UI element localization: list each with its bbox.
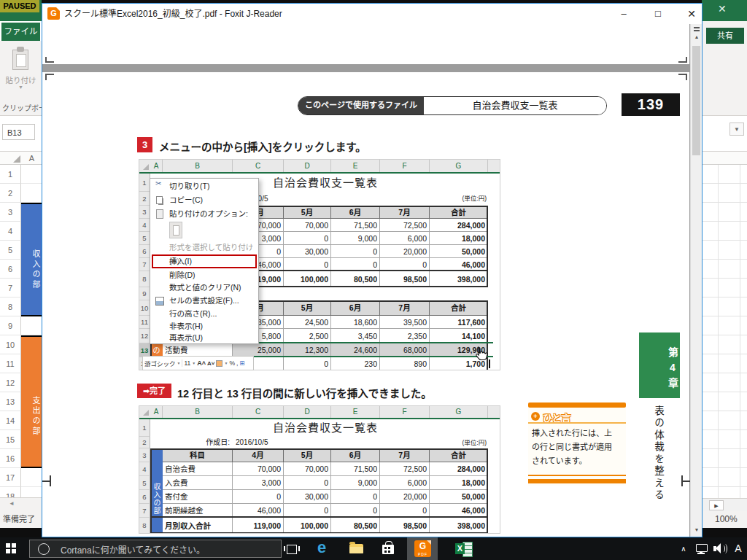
volume-icon xyxy=(713,543,727,554)
month-header-cell: 6月 xyxy=(331,300,380,316)
data-cell: 0 xyxy=(284,258,331,271)
column-header: B xyxy=(163,406,233,418)
formula-expand-button[interactable]: ▼ xyxy=(729,122,744,136)
volume-tray-button[interactable] xyxy=(711,537,729,560)
edge-icon: e xyxy=(317,538,326,557)
data-cell: 890 xyxy=(380,357,430,370)
data-cell: 6,000 xyxy=(380,232,430,245)
context-menu: ✂切り取り(T)コピー(C)貼り付けのオプション:形式を選択して貼り付け(S).… xyxy=(150,178,259,344)
month-header-cell: 合計 xyxy=(430,300,488,316)
clipboard-clip xyxy=(17,47,24,52)
trim-mark-left xyxy=(50,475,51,486)
row-header: 7 xyxy=(139,504,150,518)
month-header-cell: 7月 xyxy=(380,300,430,316)
expense-section-cell: 支出の部 xyxy=(21,335,42,468)
data-cell: 30,000 xyxy=(284,245,331,258)
data-cell: 230 xyxy=(331,357,380,370)
task-view-button[interactable] xyxy=(279,537,304,560)
excel-row-header: 14 xyxy=(0,411,21,430)
excel-row-header: 3 xyxy=(0,203,21,222)
scrollbar-thumb[interactable] xyxy=(692,46,700,155)
desktop: ファイル 貼り付け ▼ クリップボー B13 A 123456789101112… xyxy=(0,0,747,560)
label-cell: 入会費 xyxy=(163,476,233,490)
foxit-titlebar[interactable]: G スクール標準Excel2016_初級_校了.pdf - Foxit J-Re… xyxy=(42,4,702,24)
foxit-taskbar-button[interactable]: G PDF xyxy=(407,537,438,560)
clipboard-group-label: クリップボー xyxy=(2,102,42,113)
ime-indicator[interactable]: A xyxy=(729,537,747,560)
row-header: 2 xyxy=(139,192,150,206)
income-section-cell: 収入の部 xyxy=(150,448,163,534)
cortana-search-box[interactable]: Cortanaに何か聞いてみてください。 xyxy=(29,540,282,558)
start-button[interactable] xyxy=(6,543,17,554)
select-all-corner[interactable] xyxy=(13,155,20,163)
copy-icon xyxy=(156,196,163,204)
menu-item-0: ✂切り取り(T) xyxy=(150,179,258,193)
excel-close-icon[interactable]: ✕ xyxy=(718,3,727,15)
excel-cell xyxy=(21,165,42,184)
excel-col-headers: A xyxy=(0,152,42,165)
minimize-button[interactable]: – xyxy=(611,4,637,24)
menu-item-label: 非表示(H) xyxy=(169,320,203,332)
menu-item-paste-option xyxy=(150,220,258,241)
data-cell: 14,100 xyxy=(430,329,488,343)
month-header-cell: 6月 xyxy=(331,206,380,219)
paused-indicator: PAUSED xyxy=(0,0,39,12)
date-cell: 2016/10/5 xyxy=(233,437,284,448)
menu-item-label: 行の高さ(R)... xyxy=(169,308,217,320)
chevron-down-icon: ▼ xyxy=(224,361,228,365)
hscroll-right-arrow[interactable]: ▶ xyxy=(709,500,724,510)
share-button[interactable]: 共有 xyxy=(706,28,744,44)
scrollbar-split-handle[interactable] xyxy=(694,27,700,28)
menu-item-8: セルの書式設定(F)... xyxy=(150,294,258,308)
zoom-level[interactable]: 100% xyxy=(715,514,738,524)
foxit-window-title: スクール標準Excel2016_初級_校了.pdf - Foxit J-Read… xyxy=(64,4,531,24)
note-plus-icon: + xyxy=(531,412,540,421)
trim-mark-right xyxy=(681,475,683,486)
folder-icon xyxy=(349,544,363,553)
excel-status-right: 100% xyxy=(702,511,747,528)
label-cell: 自治会費 xyxy=(163,462,233,476)
menu-item-label: 再表示(U) xyxy=(169,332,203,344)
paste-dropdown-icon[interactable]: ▼ xyxy=(0,85,42,90)
column-header-a[interactable]: A xyxy=(22,152,42,165)
data-cell: 18,000 xyxy=(430,232,488,245)
done-text: 12 行目と 13 行目の間に新しい行を挿入できました。 xyxy=(177,385,432,400)
maximize-button[interactable]: □ xyxy=(645,4,671,24)
foxit-scrollbar[interactable]: ▲ ▼ xyxy=(690,24,702,537)
store-button[interactable] xyxy=(374,537,402,560)
excel-file-tab[interactable]: ファイル xyxy=(1,23,40,41)
sheet-nav-left-icon[interactable]: ◄ xyxy=(9,500,15,507)
column-header: F xyxy=(380,160,430,172)
file-explorer-button[interactable] xyxy=(343,537,371,560)
scroll-up-icon[interactable]: ▲ xyxy=(691,34,703,39)
excel-row-header: 13 xyxy=(0,392,21,411)
paste-button[interactable] xyxy=(10,45,32,73)
excel-row-header: 15 xyxy=(0,430,21,449)
column-header: B xyxy=(163,160,233,172)
row-header: 6 xyxy=(139,490,150,504)
pill-label: このページで使用するファイル xyxy=(298,97,424,114)
scroll-down-icon[interactable]: ▼ xyxy=(691,527,703,532)
mini-toolbar: 游ゴシック ▼ 11 ▼ A˄ A˅ ▼ % , ⊞ xyxy=(142,356,254,370)
excel-row-header: 11 xyxy=(0,354,21,373)
excel-titlebar-right: ✕ xyxy=(702,0,747,21)
menu-item-label: セルの書式設定(F)... xyxy=(169,294,239,308)
cortana-icon xyxy=(38,543,50,555)
column-header: C xyxy=(233,160,284,172)
chevron-down-icon: ▼ xyxy=(192,361,196,365)
excel-taskbar-button[interactable]: X xyxy=(448,537,479,560)
row-header: 5 xyxy=(139,476,150,490)
tray-expand-button[interactable]: ∧ xyxy=(676,537,692,560)
edge-button[interactable]: e xyxy=(311,537,338,560)
excel-row-header: 16 xyxy=(0,449,21,468)
data-cell: 72,500 xyxy=(380,219,430,232)
network-tray-button[interactable] xyxy=(692,537,711,560)
excel-icon: X xyxy=(455,541,473,556)
name-box[interactable]: B13 xyxy=(2,124,35,140)
header-cell: 4月 xyxy=(233,448,284,462)
select-all-corner xyxy=(139,160,150,172)
close-button[interactable]: ✕ xyxy=(678,4,705,24)
menu-item-label: 貼り付けのオプション: xyxy=(169,207,248,220)
crop-mark xyxy=(45,57,54,63)
excel-row-header: 7 xyxy=(0,279,21,298)
